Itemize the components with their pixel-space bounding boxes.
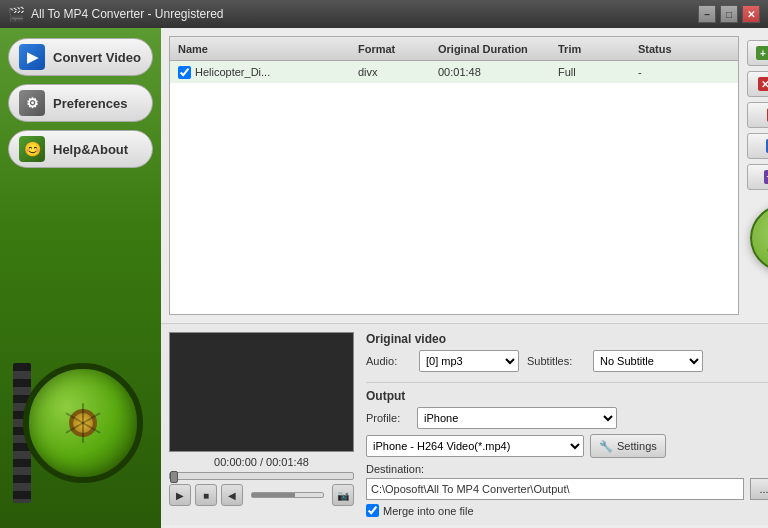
cell-status: -: [634, 66, 734, 78]
sidebar-label-preferences: Preferences: [53, 96, 127, 111]
sidebar: ▶ Convert Video ⚙ Preferences 😊 Help&Abo…: [0, 28, 161, 528]
cell-trim: Full: [554, 66, 634, 78]
trim-button[interactable]: ✂ Trim: [747, 102, 768, 128]
convert-button[interactable]: ▶ Convert: [750, 203, 768, 273]
remove-icon: ✕: [758, 77, 768, 91]
maximize-button[interactable]: □: [720, 5, 738, 23]
col-duration: Original Duration: [434, 43, 554, 55]
video-preview: 00:00:00 / 00:01:48 ▶ ■ ◀ 📷: [169, 332, 354, 517]
settings-button[interactable]: 🔧 Settings: [590, 434, 666, 458]
settings-icon: 🔧: [599, 440, 613, 453]
table-row[interactable]: Helicopter_Di... divx 00:01:48 Full -: [170, 61, 738, 83]
film-reel-decoration: [0, 338, 165, 528]
format-select[interactable]: iPhone - H264 Video(*.mp4): [366, 435, 584, 457]
sidebar-item-preferences[interactable]: ⚙ Preferences: [8, 84, 153, 122]
file-name: Helicopter_Di...: [195, 66, 270, 78]
app-icon: 🎬: [8, 6, 25, 22]
destination-path: C:\Oposoft\All To MP4 Converter\Output\: [366, 478, 744, 500]
destination-section: Destination: C:\Oposoft\All To MP4 Conve…: [366, 463, 768, 500]
title-bar: 🎬 All To MP4 Converter - Unregistered – …: [0, 0, 768, 28]
app-title: All To MP4 Converter - Unregistered: [31, 7, 224, 21]
effect-button[interactable]: ★ Effect: [747, 164, 768, 190]
bottom-panel: 00:00:00 / 00:01:48 ▶ ■ ◀ 📷: [161, 323, 768, 525]
video-section: 00:00:00 / 00:01:48 ▶ ■ ◀ 📷: [169, 332, 768, 517]
browse-button[interactable]: ...: [750, 478, 768, 500]
help-about-icon: 😊: [19, 136, 45, 162]
audio-select[interactable]: [0] mp3: [419, 350, 519, 372]
file-list-container: Name Format Original Duration Trim Statu…: [161, 28, 768, 323]
effect-icon: ★: [764, 170, 768, 184]
file-table: Name Format Original Duration Trim Statu…: [169, 36, 739, 315]
volume-slider[interactable]: [251, 492, 324, 498]
play-button[interactable]: ▶: [169, 484, 191, 506]
add-button[interactable]: + Add: [747, 40, 768, 66]
cell-duration: 00:01:48: [434, 66, 554, 78]
profile-select[interactable]: iPhone iPad Android: [417, 407, 617, 429]
close-button[interactable]: ✕: [742, 5, 760, 23]
profile-field-label: Profile:: [366, 412, 411, 424]
subtitle-select[interactable]: No Subtitle: [593, 350, 703, 372]
output-label: Output: [366, 389, 768, 403]
seek-thumb[interactable]: [170, 471, 178, 483]
stop-button[interactable]: ■: [195, 484, 217, 506]
crop-button[interactable]: ⊞ Crop: [747, 133, 768, 159]
volume-down-button[interactable]: ◀: [221, 484, 243, 506]
destination-label: Destination:: [366, 463, 768, 475]
playback-controls: ▶ ■ ◀ 📷: [169, 484, 354, 506]
add-row: + Add ...: [747, 40, 768, 66]
seek-bar[interactable]: [169, 472, 354, 480]
original-video-label: Original video: [366, 332, 768, 346]
audio-field-label: Audio:: [366, 355, 411, 367]
sidebar-item-help-about[interactable]: 😊 Help&About: [8, 130, 153, 168]
file-table-header: Name Format Original Duration Trim Statu…: [170, 37, 738, 61]
profile-row: Profile: iPhone iPad Android: [366, 407, 768, 429]
cell-name: Helicopter_Di...: [174, 66, 354, 79]
col-format: Format: [354, 43, 434, 55]
merge-row: Merge into one file: [366, 504, 768, 517]
sidebar-label-help-about: Help&About: [53, 142, 128, 157]
remove-button[interactable]: ✕ Remove: [747, 71, 768, 97]
settings-label: Settings: [617, 440, 657, 452]
right-settings-panel: Original video Audio: [0] mp3 Subtitles:…: [366, 332, 768, 517]
sidebar-item-convert-video[interactable]: ▶ Convert Video: [8, 38, 153, 76]
destination-row: C:\Oposoft\All To MP4 Converter\Output\ …: [366, 478, 768, 500]
merge-checkbox[interactable]: [366, 504, 379, 517]
row-checkbox[interactable]: [178, 66, 191, 79]
merge-label: Merge into one file: [383, 505, 474, 517]
video-screen: [169, 332, 354, 452]
sidebar-label-convert-video: Convert Video: [53, 50, 141, 65]
audio-row: Audio: [0] mp3 Subtitles: No Subtitle: [366, 350, 768, 372]
video-time: 00:00:00 / 00:01:48: [169, 456, 354, 468]
minimize-button[interactable]: –: [698, 5, 716, 23]
col-name: Name: [174, 43, 354, 55]
output-section: Output Profile: iPhone iPad Android iP: [366, 382, 768, 517]
title-bar-controls: – □ ✕: [698, 5, 760, 23]
main-container: ▶ Convert Video ⚙ Preferences 😊 Help&Abo…: [0, 28, 768, 528]
subtitle-field-label: Subtitles:: [527, 355, 585, 367]
preferences-icon: ⚙: [19, 90, 45, 116]
action-buttons-panel: + Add ... ✕ Remove ✂ Trim ⊞ C: [747, 36, 768, 315]
col-status: Status: [634, 43, 734, 55]
content-area: Name Format Original Duration Trim Statu…: [161, 28, 768, 528]
snapshot-button[interactable]: 📷: [332, 484, 354, 506]
add-icon: +: [756, 46, 768, 60]
format-row: iPhone - H264 Video(*.mp4) 🔧 Settings: [366, 434, 768, 458]
original-video-section: Original video Audio: [0] mp3 Subtitles:…: [366, 332, 768, 376]
cell-format: divx: [354, 66, 434, 78]
col-trim: Trim: [554, 43, 634, 55]
title-bar-left: 🎬 All To MP4 Converter - Unregistered: [8, 6, 224, 22]
convert-video-icon: ▶: [19, 44, 45, 70]
